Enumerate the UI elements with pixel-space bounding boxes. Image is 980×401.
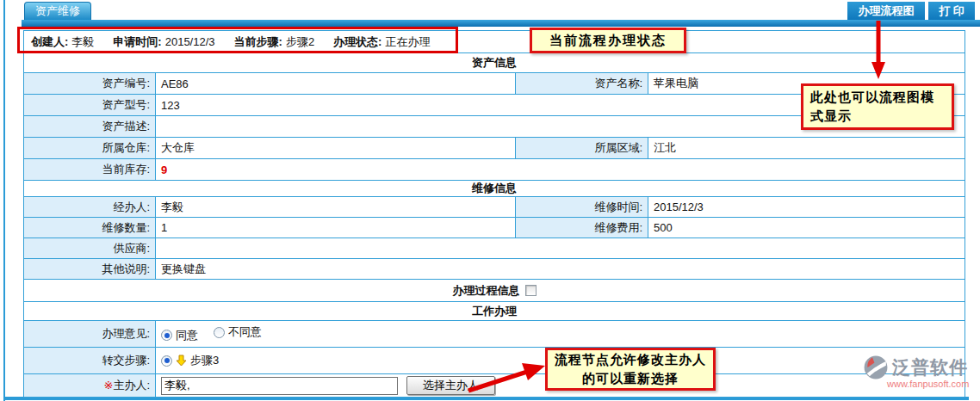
asset-no-value: AE86 [156,73,516,95]
creator-field: 创建人:李毅 [31,34,94,50]
top-blue-strip [22,20,980,27]
repair-qty-value: 1 [156,218,516,238]
owner-input[interactable] [161,377,398,395]
supplier-label: 供应商: [24,238,156,259]
transfer-step-label: 转交步骤: [24,348,156,374]
handler-value: 李毅 [156,197,516,218]
agree-option[interactable]: 同意 [161,328,198,343]
owner-change-note: 流程节点允许修改主办人的可以重新选择 [545,348,716,391]
apply-time-field: 申请时间:2015/12/3 [113,34,214,50]
agree-label: 同意 [176,328,198,343]
section-repair-info: 维修信息 [24,181,965,197]
disagree-option[interactable]: 不同意 [214,324,262,340]
flowchart-mode-note: 此处也可以流程图模式显示 [801,83,954,130]
fanpu-logo-icon [863,355,889,380]
disagree-label: 不同意 [228,324,262,340]
model-label: 资产型号: [24,95,156,116]
desc-label: 资产描述: [24,116,156,138]
repair-cost-value: 500 [648,218,965,238]
asset-name-label: 资产名称: [516,73,648,95]
handler-label: 经办人: [24,197,156,218]
left-border-line [3,0,5,401]
asset-no-label: 资产编号: [24,73,156,95]
choose-owner-button[interactable]: 选择主办人 [406,376,495,395]
repair-cost-label: 维修费用: [516,218,648,238]
section-work-handle: 工作办理 [24,302,965,321]
current-status-note: 当前流程办理状态 [530,28,686,53]
warehouse-value: 大仓库 [156,138,516,159]
process-info-checkbox[interactable] [525,285,537,296]
warehouse-label: 所属仓库: [24,138,156,159]
opinion-value-cell: 同意 不同意 [156,321,965,348]
stock-label: 当前库存: [24,159,156,181]
required-mark: ※ [103,379,113,392]
top-bar: 资产维修 办理流程图 打 印 [0,0,980,27]
region-value: 江北 [648,138,965,159]
section-process-info: 办理过程信息 [24,280,965,302]
page: 资产维修 办理流程图 打 印 创建人:李毅 申请时间:2015/12/3 当前步… [0,0,980,401]
tab-asset-repair[interactable]: 资产维修 [24,2,91,20]
opinion-label: 办理意见: [24,321,156,348]
agree-radio[interactable] [161,330,172,341]
repair-time-value: 2015/12/3 [648,197,965,218]
region-label: 所属区域: [516,138,648,159]
brand-url: www.fanpusoft.com [887,379,978,389]
next-step-label: 步骤3 [190,353,219,368]
section-asset-info: 资产信息 [24,53,965,73]
stock-value: 9 [156,159,965,181]
flow-chart-button[interactable]: 办理流程图 [847,2,925,20]
print-button[interactable]: 打 印 [928,2,975,20]
handle-state-field: 办理状态:正在办理 [333,34,430,50]
process-info-title: 办理过程信息 [453,283,520,299]
supplier-value [156,238,965,259]
next-step-option[interactable]: 步骤3 [161,353,219,368]
owner-label: ※主办人: [24,374,156,398]
repair-time-label: 维修时间: [516,197,648,218]
repair-qty-label: 维修数量: [24,218,156,238]
brand-watermark: 泛普软件 www.fanpusoft.com [863,355,978,394]
next-step-radio[interactable] [161,355,172,367]
brand-name: 泛普软件 [892,355,968,379]
yellow-down-arrow-icon [176,355,187,367]
current-step-field: 当前步骤:步骤2 [234,34,315,50]
disagree-radio[interactable] [214,327,225,338]
other-note-label: 其他说明: [24,259,156,280]
status-row: 创建人:李毅 申请时间:2015/12/3 当前步骤:步骤2 办理状态:正在办理 [24,31,965,53]
other-note-value: 更换键盘 [156,259,965,280]
